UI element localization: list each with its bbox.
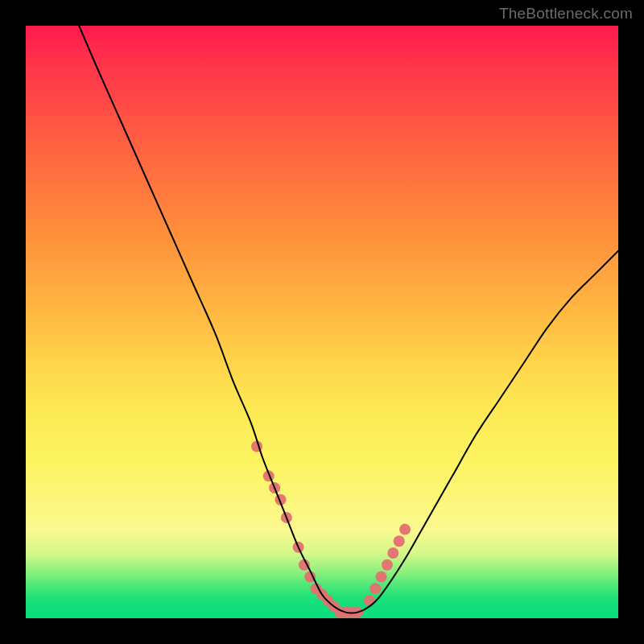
chart-curve	[79, 26, 618, 613]
svg-point-16	[364, 595, 375, 606]
svg-point-20	[387, 547, 398, 559]
svg-point-22	[399, 524, 411, 535]
chart-svg	[26, 26, 618, 618]
svg-point-18	[376, 571, 387, 582]
watermark-text: TheBottleneck.com	[499, 5, 633, 23]
svg-point-19	[382, 559, 393, 571]
chart-markers	[251, 441, 411, 618]
svg-point-21	[394, 535, 405, 547]
svg-point-17	[369, 583, 381, 594]
chart-plot-area	[26, 26, 618, 618]
chart-frame: TheBottleneck.com	[0, 0, 644, 644]
